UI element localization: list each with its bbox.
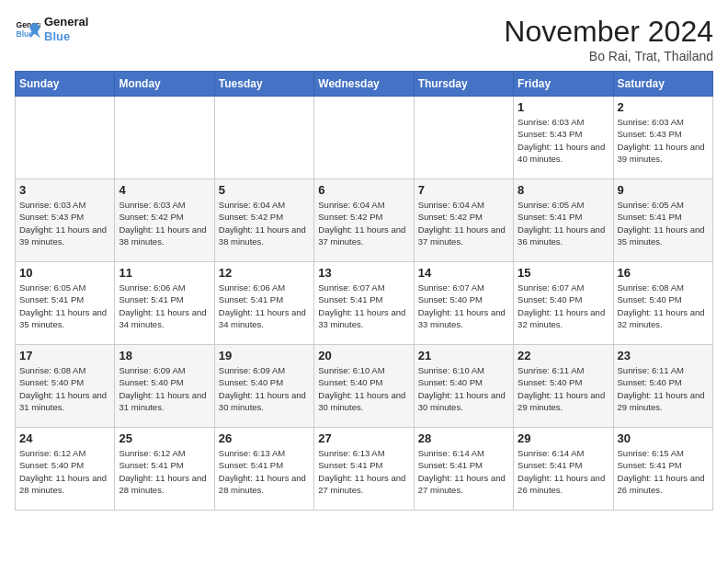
- calendar-cell: 28Sunrise: 6:14 AM Sunset: 5:41 PM Dayli…: [414, 428, 513, 511]
- day-info: Sunrise: 6:11 AM Sunset: 5:40 PM Dayligh…: [518, 364, 609, 413]
- day-number: 29: [518, 431, 609, 445]
- day-number: 25: [119, 431, 210, 445]
- calendar-cell: 2Sunrise: 6:03 AM Sunset: 5:43 PM Daylig…: [613, 97, 712, 179]
- calendar-cell: [214, 97, 313, 179]
- calendar-cell: 29Sunrise: 6:14 AM Sunset: 5:41 PM Dayli…: [514, 428, 613, 511]
- day-number: 22: [518, 349, 609, 362]
- calendar-cell: 4Sunrise: 6:03 AM Sunset: 5:42 PM Daylig…: [115, 179, 214, 262]
- calendar-cell: 20Sunrise: 6:10 AM Sunset: 5:40 PM Dayli…: [314, 345, 414, 428]
- logo-icon: General Blue: [15, 17, 40, 42]
- day-number: 5: [219, 183, 310, 197]
- day-info: Sunrise: 6:12 AM Sunset: 5:40 PM Dayligh…: [19, 447, 110, 496]
- calendar-header-thursday: Thursday: [414, 72, 513, 97]
- day-number: 2: [618, 100, 709, 114]
- calendar-cell: 22Sunrise: 6:11 AM Sunset: 5:40 PM Dayli…: [514, 345, 613, 428]
- day-info: Sunrise: 6:05 AM Sunset: 5:41 PM Dayligh…: [518, 199, 609, 247]
- calendar-cell: 10Sunrise: 6:05 AM Sunset: 5:41 PM Dayli…: [16, 262, 115, 345]
- calendar-cell: 13Sunrise: 6:07 AM Sunset: 5:41 PM Dayli…: [314, 262, 414, 345]
- calendar-cell: [314, 97, 414, 179]
- day-info: Sunrise: 6:08 AM Sunset: 5:40 PM Dayligh…: [618, 282, 709, 330]
- day-info: Sunrise: 6:10 AM Sunset: 5:40 PM Dayligh…: [318, 364, 409, 413]
- day-number: 27: [318, 431, 409, 445]
- svg-text:Blue: Blue: [17, 29, 34, 38]
- day-info: Sunrise: 6:11 AM Sunset: 5:40 PM Dayligh…: [618, 364, 709, 413]
- calendar-cell: 8Sunrise: 6:05 AM Sunset: 5:41 PM Daylig…: [514, 179, 613, 262]
- day-number: 13: [318, 266, 409, 280]
- day-info: Sunrise: 6:10 AM Sunset: 5:40 PM Dayligh…: [418, 364, 509, 413]
- calendar-cell: 21Sunrise: 6:10 AM Sunset: 5:40 PM Dayli…: [414, 345, 513, 428]
- calendar-cell: 14Sunrise: 6:07 AM Sunset: 5:40 PM Dayli…: [414, 262, 513, 345]
- calendar-cell: 6Sunrise: 6:04 AM Sunset: 5:42 PM Daylig…: [314, 179, 414, 262]
- day-info: Sunrise: 6:13 AM Sunset: 5:41 PM Dayligh…: [219, 447, 310, 496]
- day-number: 9: [618, 183, 709, 197]
- day-info: Sunrise: 6:05 AM Sunset: 5:41 PM Dayligh…: [19, 282, 110, 330]
- logo: General Blue General Blue: [15, 15, 88, 43]
- calendar-cell: 16Sunrise: 6:08 AM Sunset: 5:40 PM Dayli…: [613, 262, 712, 345]
- calendar-week-row: 3Sunrise: 6:03 AM Sunset: 5:43 PM Daylig…: [16, 179, 713, 262]
- day-number: 3: [19, 183, 110, 197]
- calendar-week-row: 24Sunrise: 6:12 AM Sunset: 5:40 PM Dayli…: [16, 428, 713, 511]
- calendar-header-wednesday: Wednesday: [314, 72, 414, 97]
- location: Bo Rai, Trat, Thailand: [504, 49, 713, 63]
- title-area: November 2024 Bo Rai, Trat, Thailand: [504, 15, 713, 63]
- logo-blue: Blue: [44, 29, 70, 43]
- calendar-week-row: 10Sunrise: 6:05 AM Sunset: 5:41 PM Dayli…: [16, 262, 713, 345]
- day-number: 8: [518, 183, 609, 197]
- calendar-cell: 26Sunrise: 6:13 AM Sunset: 5:41 PM Dayli…: [214, 428, 313, 511]
- day-info: Sunrise: 6:07 AM Sunset: 5:40 PM Dayligh…: [518, 282, 609, 330]
- day-info: Sunrise: 6:14 AM Sunset: 5:41 PM Dayligh…: [418, 447, 509, 496]
- calendar-table: SundayMondayTuesdayWednesdayThursdayFrid…: [15, 71, 713, 511]
- day-number: 16: [618, 266, 709, 280]
- day-info: Sunrise: 6:07 AM Sunset: 5:40 PM Dayligh…: [418, 282, 509, 330]
- calendar-cell: 15Sunrise: 6:07 AM Sunset: 5:40 PM Dayli…: [514, 262, 613, 345]
- day-info: Sunrise: 6:03 AM Sunset: 5:43 PM Dayligh…: [518, 116, 609, 165]
- day-info: Sunrise: 6:09 AM Sunset: 5:40 PM Dayligh…: [119, 364, 210, 413]
- day-info: Sunrise: 6:06 AM Sunset: 5:41 PM Dayligh…: [219, 282, 310, 330]
- logo-general: General: [44, 15, 88, 29]
- calendar-cell: 1Sunrise: 6:03 AM Sunset: 5:43 PM Daylig…: [514, 97, 613, 179]
- day-info: Sunrise: 6:03 AM Sunset: 5:42 PM Dayligh…: [119, 199, 210, 247]
- calendar-week-row: 1Sunrise: 6:03 AM Sunset: 5:43 PM Daylig…: [16, 97, 713, 179]
- day-number: 6: [318, 183, 409, 197]
- day-number: 20: [318, 349, 409, 362]
- calendar-header-friday: Friday: [514, 72, 613, 97]
- day-info: Sunrise: 6:14 AM Sunset: 5:41 PM Dayligh…: [518, 447, 609, 496]
- calendar-cell: 7Sunrise: 6:04 AM Sunset: 5:42 PM Daylig…: [414, 179, 513, 262]
- calendar-cell: 30Sunrise: 6:15 AM Sunset: 5:41 PM Dayli…: [613, 428, 712, 511]
- day-info: Sunrise: 6:08 AM Sunset: 5:40 PM Dayligh…: [19, 364, 110, 413]
- day-number: 14: [418, 266, 509, 280]
- calendar-cell: 24Sunrise: 6:12 AM Sunset: 5:40 PM Dayli…: [16, 428, 115, 511]
- calendar-cell: 5Sunrise: 6:04 AM Sunset: 5:42 PM Daylig…: [214, 179, 313, 262]
- day-number: 17: [19, 349, 110, 362]
- day-number: 18: [119, 349, 210, 362]
- day-number: 24: [19, 431, 110, 445]
- calendar-header-sunday: Sunday: [16, 72, 115, 97]
- day-number: 30: [618, 431, 709, 445]
- day-number: 28: [418, 431, 509, 445]
- calendar-body: 1Sunrise: 6:03 AM Sunset: 5:43 PM Daylig…: [16, 97, 713, 511]
- month-title: November 2024: [504, 15, 713, 49]
- calendar-header-saturday: Saturday: [613, 72, 712, 97]
- day-number: 12: [219, 266, 310, 280]
- calendar-cell: 3Sunrise: 6:03 AM Sunset: 5:43 PM Daylig…: [16, 179, 115, 262]
- day-number: 11: [119, 266, 210, 280]
- day-info: Sunrise: 6:04 AM Sunset: 5:42 PM Dayligh…: [418, 199, 509, 247]
- calendar-cell: 12Sunrise: 6:06 AM Sunset: 5:41 PM Dayli…: [214, 262, 313, 345]
- day-info: Sunrise: 6:12 AM Sunset: 5:41 PM Dayligh…: [119, 447, 210, 496]
- day-info: Sunrise: 6:04 AM Sunset: 5:42 PM Dayligh…: [219, 199, 310, 247]
- day-number: 15: [518, 266, 609, 280]
- calendar-cell: [414, 97, 513, 179]
- day-info: Sunrise: 6:07 AM Sunset: 5:41 PM Dayligh…: [318, 282, 409, 330]
- day-number: 10: [19, 266, 110, 280]
- day-number: 23: [618, 349, 709, 362]
- calendar-cell: 23Sunrise: 6:11 AM Sunset: 5:40 PM Dayli…: [613, 345, 712, 428]
- calendar-cell: [16, 97, 115, 179]
- calendar-cell: 25Sunrise: 6:12 AM Sunset: 5:41 PM Dayli…: [115, 428, 214, 511]
- day-number: 26: [219, 431, 310, 445]
- calendar-header-monday: Monday: [115, 72, 214, 97]
- day-info: Sunrise: 6:15 AM Sunset: 5:41 PM Dayligh…: [618, 447, 709, 496]
- calendar-header-row: SundayMondayTuesdayWednesdayThursdayFrid…: [16, 72, 713, 97]
- day-number: 1: [518, 100, 609, 114]
- calendar-cell: 11Sunrise: 6:06 AM Sunset: 5:41 PM Dayli…: [115, 262, 214, 345]
- day-number: 4: [119, 183, 210, 197]
